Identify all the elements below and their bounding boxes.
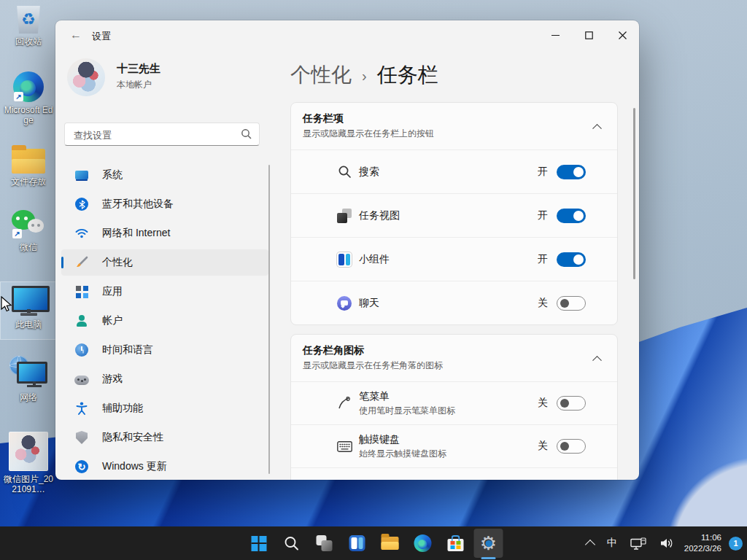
user-avatar[interactable]	[67, 58, 105, 96]
settings-window: ← 设置 十三先生 本地帐户	[55, 20, 639, 480]
touch-keyboard-icon	[336, 438, 352, 454]
desktop-icon-label: 网络	[2, 392, 55, 402]
task-view-button[interactable]	[310, 529, 339, 558]
back-button[interactable]: ←	[66, 26, 86, 44]
setting-row-pen-menu: 笔菜单 使用笔时显示笔菜单图标 关	[291, 381, 617, 424]
system-tray: 中 11:06 2022/3/26 1	[584, 526, 743, 560]
desktop-icon-label: 回收站	[2, 36, 55, 47]
setting-label: 聊天	[359, 297, 379, 310]
sidebar-item-apps[interactable]: 应用	[61, 279, 268, 305]
desktop-icon-label: 文件存放	[2, 176, 55, 187]
bluetooth-icon	[74, 197, 89, 211]
toggle-state-label: 开	[538, 253, 548, 266]
chat-toggle[interactable]	[557, 296, 586, 311]
folder-icon	[12, 149, 45, 174]
setting-label: 任务视图	[359, 209, 400, 222]
sidebar-item-accounts[interactable]: 帐户	[61, 308, 268, 334]
pen-menu-toggle[interactable]	[557, 396, 586, 411]
sidebar-item-label: Windows 更新	[102, 460, 167, 473]
sidebar-item-network[interactable]: 网络和 Internet	[61, 220, 268, 246]
clock[interactable]: 11:06 2022/3/26	[684, 532, 721, 554]
network-icon	[9, 356, 47, 389]
widgets-toggle[interactable]	[557, 252, 586, 267]
desktop-icon-recycle-bin[interactable]: ♻ 回收站	[2, 6, 55, 47]
section-description: 显示或隐藏显示在任务栏上的按钮	[303, 128, 588, 140]
desktop-icon-label: 微信	[2, 242, 55, 252]
system-icon	[74, 168, 89, 182]
store-button[interactable]	[441, 529, 471, 558]
privacy-shield-icon	[74, 430, 89, 445]
taskbar-search-button[interactable]	[277, 529, 306, 558]
sidebar-item-label: 个性化	[102, 256, 133, 269]
sidebar-item-personalization[interactable]: 个性化	[61, 249, 268, 276]
file-explorer-button[interactable]	[376, 529, 405, 558]
toggle-state-label: 关	[538, 440, 548, 453]
sidebar-item-accessibility[interactable]: 辅助功能	[61, 395, 268, 421]
desktop-icon-folder[interactable]: 文件存放	[2, 143, 55, 187]
speaker-icon	[659, 537, 674, 549]
toggle-state-label: 开	[538, 209, 548, 222]
edge-button[interactable]	[409, 529, 438, 558]
sidebar-item-time-language[interactable]: 时间和语言	[61, 337, 268, 363]
breadcrumb-parent[interactable]: 个性化	[290, 61, 352, 89]
sidebar-item-windows-update[interactable]: ↻ Windows 更新	[61, 454, 268, 480]
touch-keyboard-toggle[interactable]	[557, 439, 586, 454]
mouse-cursor	[1, 296, 13, 313]
minimize-button[interactable]	[538, 20, 572, 50]
task-view-toggle[interactable]	[557, 209, 586, 223]
page-title: 任务栏	[377, 61, 438, 89]
notification-badge[interactable]: 1	[729, 537, 743, 551]
close-icon	[619, 31, 627, 39]
section-header-corner-icons[interactable]: 任务栏角图标 显示或隐藏显示在任务栏角落的图标	[291, 335, 617, 381]
hidden-icons-button[interactable]	[584, 535, 597, 551]
setting-label: 笔菜单	[359, 390, 455, 403]
collapse-chevron-icon[interactable]	[588, 117, 605, 135]
sidebar-item-gaming[interactable]: 游戏	[61, 366, 268, 392]
task-view-icon	[317, 535, 333, 551]
settings-search-box[interactable]	[64, 122, 260, 146]
sidebar-item-privacy[interactable]: 隐私和安全性	[61, 424, 268, 451]
maximize-button[interactable]	[572, 20, 605, 50]
start-button[interactable]	[244, 529, 274, 558]
setting-row-chat: 聊天 关	[291, 281, 617, 324]
tray-time: 11:06	[684, 532, 721, 543]
section-header-taskbar-items[interactable]: 任务栏项 显示或隐藏显示在任务栏上的按钮	[291, 103, 617, 149]
widgets-icon	[336, 252, 352, 268]
shortcut-arrow-icon: ↗	[14, 92, 23, 101]
search-toggle[interactable]	[557, 165, 586, 179]
sidebar-item-bluetooth[interactable]: 蓝牙和其他设备	[61, 191, 268, 217]
settings-button-active[interactable]: ⚙	[474, 529, 503, 558]
personalization-brush-icon	[74, 255, 89, 270]
toggle-state-label: 关	[538, 297, 548, 310]
content-scrollbar[interactable]	[633, 108, 635, 279]
network-tray-button[interactable]	[627, 534, 649, 553]
desktop-icon-wechat[interactable]: ↗ 微信	[2, 209, 55, 252]
desktop-icon-microsoft-edge[interactable]: ↗ Microsoft Edge	[2, 71, 55, 125]
close-button[interactable]	[605, 20, 639, 50]
sidebar-item-system[interactable]: 系统	[61, 162, 268, 188]
accessibility-icon	[74, 401, 89, 416]
volume-tray-button[interactable]	[657, 534, 677, 552]
settings-content: 任务栏项 显示或隐藏显示在任务栏上的按钮 搜索 开	[290, 102, 618, 480]
gaming-icon	[74, 372, 89, 386]
collapse-chevron-icon[interactable]	[588, 349, 605, 367]
desktop-icon-wechat-image[interactable]: 微信图片_2021091…	[2, 432, 55, 494]
section-title: 任务栏角图标	[303, 344, 588, 357]
window-titlebar[interactable]: ← 设置	[55, 20, 639, 50]
search-input[interactable]	[72, 123, 236, 147]
time-language-icon	[74, 343, 89, 357]
widgets-icon	[349, 535, 365, 551]
toggle-state-label: 开	[538, 166, 548, 179]
setting-row-widgets: 小组件 开	[291, 237, 617, 281]
sidebar-item-label: 蓝牙和其他设备	[102, 198, 174, 211]
ime-indicator[interactable]: 中	[604, 534, 620, 553]
sidebar-item-label: 辅助功能	[102, 402, 143, 415]
desktop-icon-network[interactable]: 网络	[2, 356, 55, 402]
windows-update-icon: ↻	[74, 459, 89, 474]
desktop-icon-label: 此电脑	[2, 319, 55, 330]
sidebar-scrollbar[interactable]	[268, 165, 270, 474]
shortcut-arrow-icon: ↗	[12, 229, 22, 238]
window-title: 设置	[92, 30, 111, 43]
widgets-button[interactable]	[343, 529, 372, 558]
section-description: 显示或隐藏显示在任务栏角落的图标	[303, 359, 588, 372]
